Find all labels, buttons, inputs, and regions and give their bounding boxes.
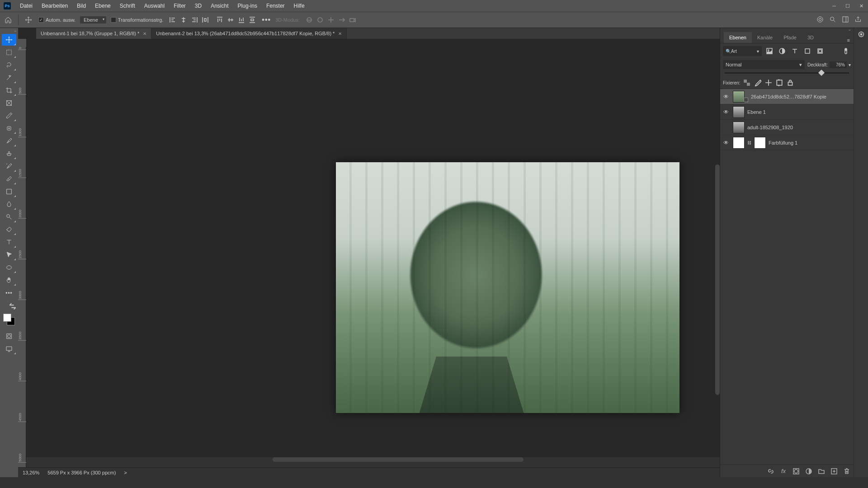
lock-artboard-icon[interactable] [775, 79, 783, 87]
layer-name[interactable]: Farbfüllung 1 [769, 140, 797, 145]
type-tool[interactable] [2, 236, 16, 248]
menu-fenster[interactable]: Fenster [262, 3, 289, 9]
zoom-level[interactable]: 13,26% [23, 470, 39, 475]
move-tool-icon[interactable] [23, 14, 34, 25]
transform-controls-checkbox[interactable]: Transformationsstrg. [111, 17, 163, 23]
distribute-v-icon[interactable] [247, 15, 257, 25]
menu-datei[interactable]: Datei [15, 3, 37, 9]
panel-menu-icon[interactable]: ≡ [844, 38, 854, 43]
filter-toggle-icon[interactable] [841, 46, 851, 56]
foreground-color[interactable] [3, 314, 11, 322]
align-center-v-icon[interactable] [226, 15, 236, 25]
menu-hilfe[interactable]: Hilfe [289, 3, 309, 9]
panel-tab-ebenen[interactable]: Ebenen [724, 32, 752, 43]
home-icon[interactable] [3, 14, 14, 25]
filter-pixels-icon[interactable] [764, 46, 774, 56]
menu-plug-ins[interactable]: Plug-ins [233, 3, 262, 9]
filter-type-icon[interactable] [790, 46, 800, 56]
clone-stamp-tool[interactable] [2, 148, 16, 160]
vertical-ruler[interactable]: 0500100015002000250030003500400045005000 [18, 47, 26, 467]
align-bottom-icon[interactable] [236, 15, 246, 25]
status-arrow-icon[interactable]: > [124, 470, 127, 475]
hand-tool[interactable] [2, 274, 16, 286]
document-tab[interactable]: Unbenannt-1 bei 18,7% (Gruppe 1, RGB/8) … [36, 28, 151, 39]
marquee-tool[interactable] [2, 47, 16, 58]
menu-ansicht[interactable]: Ansicht [206, 3, 233, 9]
eyedropper-tool[interactable] [2, 110, 16, 122]
properties-panel-icon[interactable] [858, 31, 865, 39]
layer-style-icon[interactable]: fx [779, 467, 788, 475]
canvas-artboard[interactable] [336, 162, 679, 413]
quick-mask-icon[interactable] [2, 330, 16, 342]
menu-auswahl[interactable]: Auswahl [140, 3, 169, 9]
menu-3d[interactable]: 3D [190, 3, 206, 9]
new-layer-icon[interactable] [830, 467, 838, 475]
menu-ebene[interactable]: Ebene [90, 3, 115, 9]
filter-shape-icon[interactable] [802, 46, 812, 56]
opacity-slider[interactable] [720, 70, 854, 77]
viewport[interactable] [26, 47, 720, 467]
opacity-dropdown-icon[interactable]: ▾ [849, 62, 851, 67]
layer-name[interactable]: 26ab471dd8dc52…7828df7 Kopie [751, 94, 826, 99]
layer-mask-thumbnail[interactable] [754, 137, 766, 149]
edit-toolbar-icon[interactable]: ••• [2, 287, 16, 299]
panel-tab-kanäle[interactable]: Kanäle [752, 32, 778, 43]
toolbox-collapse-icon[interactable]: » [14, 29, 18, 33]
brush-tool[interactable] [2, 135, 16, 147]
tab-close-icon[interactable]: ✕ [143, 31, 146, 36]
distribute-h-icon[interactable] [200, 15, 210, 25]
pen-tool[interactable] [2, 224, 16, 235]
lock-transparency-icon[interactable] [743, 79, 751, 87]
history-brush-tool[interactable] [2, 160, 16, 172]
color-swatches[interactable] [3, 314, 15, 325]
lock-position-icon[interactable] [764, 79, 773, 87]
share-icon[interactable] [854, 16, 862, 24]
new-group-icon[interactable] [817, 467, 826, 475]
dodge-tool[interactable] [2, 211, 16, 223]
mask-link-icon[interactable]: ⛓ [747, 141, 751, 145]
adjustment-layer-icon[interactable] [805, 467, 813, 475]
shape-tool[interactable] [2, 262, 16, 273]
document-tab[interactable]: Unbenannt-2 bei 13,3% (26ab471dd8dc52b95… [151, 28, 347, 39]
delete-layer-icon[interactable] [843, 467, 851, 475]
ruler-origin[interactable] [18, 39, 26, 47]
menu-schrift[interactable]: Schrift [115, 3, 140, 9]
menu-bild[interactable]: Bild [72, 3, 90, 9]
align-left-icon[interactable] [168, 15, 178, 25]
layer-thumbnail[interactable] [733, 137, 745, 149]
auto-select-checkbox[interactable]: Autom. ausw. [38, 17, 75, 23]
layer-row[interactable]: 👁26ab471dd8dc52…7828df7 Kopie [720, 89, 854, 104]
layer-row[interactable]: 👁⛓Farbfüllung 1 [720, 135, 854, 150]
layer-thumbnail[interactable] [733, 91, 745, 103]
gradient-tool[interactable] [2, 186, 16, 197]
minimize-button[interactable]: ─ [827, 0, 841, 12]
magic-wand-tool[interactable] [2, 72, 16, 84]
visibility-toggle[interactable]: 👁 [722, 108, 730, 116]
tab-close-icon[interactable]: ✕ [338, 31, 342, 36]
swap-colors-icon[interactable] [9, 303, 16, 311]
screen-mode-icon[interactable] [2, 343, 16, 355]
move-tool[interactable] [2, 34, 16, 46]
menu-filter[interactable]: Filter [169, 3, 190, 9]
close-button[interactable]: ✕ [854, 0, 868, 12]
eraser-tool[interactable] [2, 173, 16, 185]
document-dimensions[interactable]: 5659 Px x 3966 Px (300 ppcm) [47, 470, 116, 475]
layer-name[interactable]: Ebene 1 [747, 109, 766, 115]
layer-thumbnail[interactable] [733, 106, 745, 118]
crop-tool[interactable] [2, 84, 16, 96]
layer-thumbnail[interactable] [733, 122, 745, 133]
healing-brush-tool[interactable] [2, 122, 16, 134]
blur-tool[interactable] [2, 198, 16, 210]
lock-pixels-icon[interactable] [754, 79, 762, 87]
opacity-value-input[interactable]: 76% [830, 61, 847, 68]
workspace-icon[interactable] [842, 16, 849, 24]
path-selection-tool[interactable] [2, 249, 16, 261]
menu-bearbeiten[interactable]: Bearbeiten [37, 3, 72, 9]
align-right-icon[interactable] [189, 15, 199, 25]
layer-row[interactable]: adult-1852908_1920 [720, 120, 854, 135]
opacity-slider-thumb[interactable] [818, 70, 825, 76]
lasso-tool[interactable] [2, 59, 16, 71]
panel-tab-3d[interactable]: 3D [802, 32, 819, 43]
more-options-icon[interactable]: ••• [262, 16, 271, 24]
vertical-scrollbar[interactable] [715, 164, 720, 395]
